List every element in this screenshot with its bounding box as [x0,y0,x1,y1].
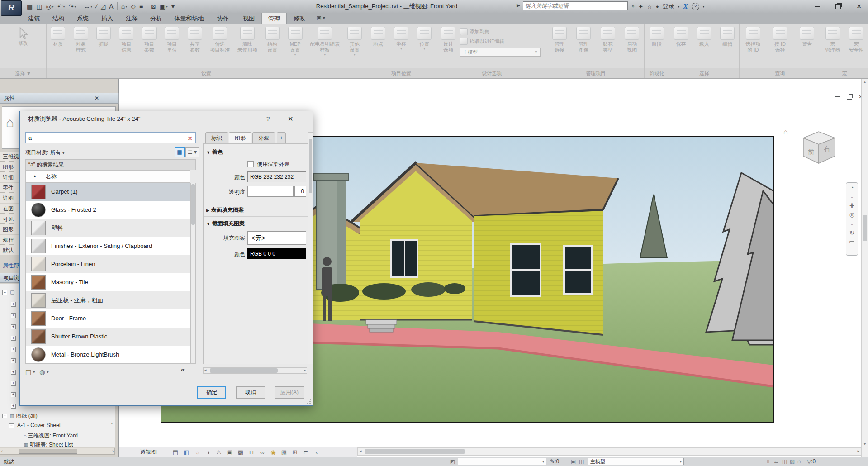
tree-expand-icon[interactable]: + [11,313,16,318]
project-parameters-button[interactable]: 项目参数 [138,24,161,68]
library-panel-icon[interactable]: ≡ [53,368,57,376]
material-row[interactable]: Porcelain - Linen [26,255,190,273]
filter-icon[interactable]: ▽:0 [807,458,816,465]
material-row[interactable]: Door - Frame [26,309,190,328]
scroll-up-icon[interactable]: ▲ [863,80,867,84]
design-options-button[interactable]: 设计选项 [436,24,460,68]
scrollbar-thumb[interactable] [191,184,195,225]
workshare-icon[interactable]: ◎▾ [44,1,55,11]
macro-manager-button[interactable]: 宏管理器 [821,24,844,68]
save-selection-button[interactable]: 保存 [669,24,693,68]
tab-annotate[interactable]: 注释 [119,13,144,24]
tree-collapse-icon[interactable]: − [9,423,14,428]
sun-path-icon[interactable]: ☼ [192,449,203,456]
chevron-down-icon[interactable]: ⌄ [850,194,854,200]
shadows-icon[interactable]: ◑ [203,449,213,456]
macro-security-button[interactable]: 宏安全性 [844,24,868,68]
material-search-input[interactable]: a ✕ [25,132,196,143]
ok-button[interactable]: 确定 [197,386,226,399]
shading-color-field[interactable]: RGB 232 232 232 [247,171,306,182]
sign-in-button[interactable]: 登录 [663,2,674,10]
dialog-close-icon[interactable]: ✕ [288,115,294,123]
dialog-horizontal-scrollbar[interactable]: ◂ ▸ [203,367,307,374]
material-libraries-icon[interactable]: ▤ [25,368,31,376]
tree-collapse-icon[interactable]: − [2,290,7,295]
dialog-help-icon[interactable]: ? [266,115,270,122]
visual-style-icon[interactable]: ◧ [181,449,192,456]
project-information-button[interactable]: 项目信息 [115,24,138,68]
transparency-slider-field[interactable] [247,186,294,197]
material-row-selected[interactable]: Carpet (1) [26,183,190,201]
tree-sheets-root[interactable]: ▥图纸 (all) [10,412,38,420]
surface-pattern-section-header[interactable]: ▶表面填充图案 [206,206,244,214]
tag-icon[interactable]: ◿ [100,1,107,11]
manage-links-button[interactable]: 管理链接 [547,24,572,68]
scroll-right-icon[interactable]: › [112,448,114,454]
clear-search-icon[interactable]: ✕ [187,133,193,144]
view-scale-label[interactable]: 透视图 [140,448,157,456]
select-links-icon[interactable]: ⌗ [767,458,770,465]
help-dropdown-icon[interactable]: ▾ [703,5,705,9]
snaps-button[interactable]: 捕捉 [92,24,115,68]
apply-button[interactable]: 应用(A) [275,386,304,399]
structural-settings-button[interactable]: 结构设置 [261,24,284,68]
navigation-bar[interactable]: ◔ ⌄ ✚ ◎ ⌄ ↻ ▭ [846,182,858,256]
pick-to-edit-button[interactable]: 拾取以进行编辑 [460,37,546,45]
zoom-icon[interactable]: ◎ [849,212,854,218]
starting-view-button[interactable]: 启动视图 [620,24,645,68]
coordinates-button[interactable]: 坐标▾ [389,24,413,68]
tab-structure[interactable]: 结构 [46,13,71,24]
use-render-appearance-checkbox[interactable] [247,161,254,167]
open-icon[interactable]: ▤ [25,1,34,11]
tree-views-root[interactable]: ▢ [10,289,16,295]
scrollbar-thumb[interactable] [210,368,278,373]
scroll-left-icon[interactable]: ◂ [204,368,207,372]
manage-images-button[interactable]: 管理图像 [572,24,596,68]
additional-settings-button[interactable]: 其他设置▾ [343,24,366,68]
tab-modify[interactable]: 修改 [287,13,312,24]
temporary-view-properties-icon[interactable]: ▧ [279,449,289,456]
list-view-icon[interactable]: ☰ ▾ [185,147,199,157]
cancel-button[interactable]: 取消 [236,386,265,399]
tab-view[interactable]: 视图 [236,13,261,24]
rewind-icon[interactable]: ▭ [849,239,854,245]
active-design-option-select[interactable]: 主模型▼ [460,48,541,57]
transfer-project-standards-button[interactable]: 传递项目标准 [206,24,234,68]
cut-color-field[interactable]: RGB 0 0 0 [247,248,306,259]
project-units-button[interactable]: 项目单位 [161,24,183,68]
scroll-left-icon[interactable]: ◂ [360,449,362,453]
tab-massing-site[interactable]: 体量和场地 [168,13,210,24]
material-row[interactable]: Glass - Frosted 2 [26,201,190,219]
default-3d-view-icon[interactable]: ⌂▾ [120,1,128,11]
tree-scroll-down-icon[interactable]: ⌄ [110,419,114,425]
cut-pattern-section-header[interactable]: ▼截面填充图案 [206,220,245,228]
tab-collaborate[interactable]: 协作 [210,13,236,24]
scrollbar-thumb[interactable] [19,449,77,454]
material-row[interactable]: 层压板 - 亚麻，粗面 [26,291,190,309]
editable-only-icon[interactable]: ▣ [571,458,576,465]
properties-help-link[interactable]: 属性帮 [3,262,19,270]
purge-unused-button[interactable]: 清除未使用项 [233,24,261,68]
tree-expand-icon[interactable]: + [11,381,16,386]
tab-identity[interactable]: 标识 [205,132,228,144]
navigation-wheel-icon[interactable]: ◔ [850,185,854,191]
select-underlay-icon[interactable]: ▱ [774,458,778,465]
select-pinned-icon[interactable]: ◫ [782,458,787,465]
position-button[interactable]: 位置▾ [413,24,436,68]
load-selection-button[interactable]: 载入 [693,24,716,68]
minimize-button[interactable] [815,6,820,7]
infocenter-search-input[interactable] [523,1,628,10]
edit-selection-button[interactable]: 编辑 [716,24,739,68]
view-minimize-icon[interactable] [835,96,840,97]
drag-on-selection-icon[interactable]: ⌂ [797,458,801,465]
orbit-icon[interactable]: ↻ [849,230,854,236]
thin-lines-icon[interactable]: ≡ [138,1,144,11]
constraints-icon[interactable]: ⊏ [300,449,311,456]
infocenter-collapse-icon[interactable]: ▶ [517,3,520,8]
close-icon[interactable]: ✕ [95,93,99,103]
material-row[interactable]: Metal - Bronze,LightBrush [26,346,190,364]
undo-icon[interactable]: ↶▾ [56,1,66,11]
tab-appearance[interactable]: 外观 [252,132,275,144]
ids-of-selection-button[interactable]: 选择项的 ID [740,24,767,68]
save-icon[interactable]: ◫ [35,1,43,11]
